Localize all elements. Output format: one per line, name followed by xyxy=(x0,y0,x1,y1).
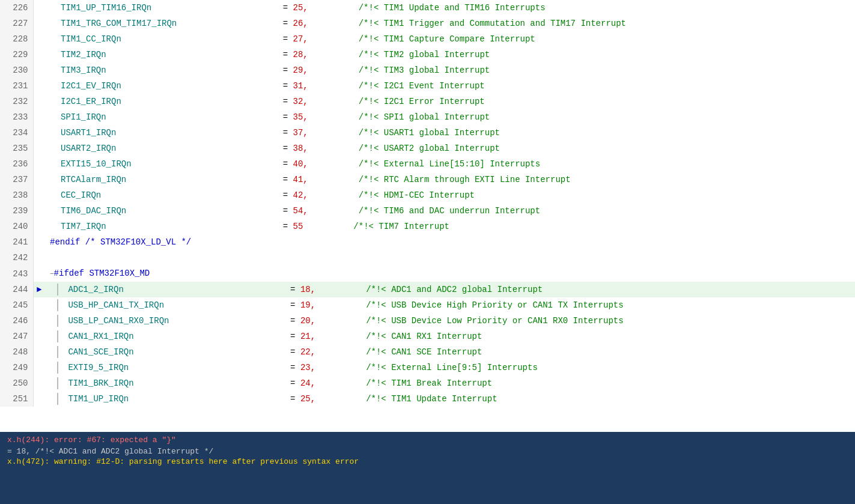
code-area[interactable]: 226TIM1_UP_TIM16_IRQn = 25, /*!< TIM1 Up… xyxy=(0,0,855,432)
table-row: 245 USB_HP_CAN1_TX_IRQn = 19, /*!< USB D… xyxy=(0,297,855,313)
comment-marker: /*!< xyxy=(353,222,379,231)
line-number: 241 xyxy=(0,234,33,250)
irq-identifier: I2C1_EV_IRQn xyxy=(61,81,121,91)
code-content[interactable]: USART2_IRQn = 38, /*!< USART2 global Int… xyxy=(45,141,855,156)
ifdef-vertical-line xyxy=(57,346,63,358)
code-content[interactable]: CAN1_SCE_IRQn = 22, /*!< CAN1 SCE Interr… xyxy=(45,344,855,360)
code-content[interactable]: TIM7_IRQn = 55 /*!< TIM7 Interrupt xyxy=(45,219,855,234)
irq-value: 22, xyxy=(300,347,315,357)
code-content[interactable]: TIM1_UP_TIM16_IRQn = 25, /*!< TIM1 Updat… xyxy=(45,0,855,16)
irq-identifier: TIM7_IRQn xyxy=(61,222,106,231)
code-content[interactable]: CEC_IRQn = 42, /*!< HDMI-CEC Interrupt xyxy=(45,187,855,203)
code-content[interactable]: #endif /* STM32F10X_LD_VL */ xyxy=(45,234,855,250)
code-content[interactable]: −#ifdef STM32F10X_MD xyxy=(45,266,855,282)
ifdef-vertical-line xyxy=(57,362,63,374)
code-content[interactable]: TIM1_UP_IRQn = 25, /*!< TIM1 Update Inte… xyxy=(45,391,855,407)
irq-value: 41, xyxy=(293,175,308,184)
debug-arrow xyxy=(33,0,45,16)
comment-spacing xyxy=(308,34,359,44)
code-content[interactable]: USB_HP_CAN1_TX_IRQn = 19, /*!< USB Devic… xyxy=(45,297,855,313)
comment-spacing xyxy=(308,3,359,13)
value-spacing xyxy=(106,65,283,75)
table-row: 230TIM3_IRQn = 29, /*!< TIM3 global Inte… xyxy=(0,62,855,78)
comment-spacing xyxy=(308,144,359,153)
code-content[interactable]: USB_LP_CAN1_RX0_IRQn = 20, /*!< USB Devi… xyxy=(45,313,855,329)
equals-sign: = xyxy=(283,19,293,28)
value-spacing xyxy=(129,394,290,404)
comment-spacing xyxy=(315,394,366,404)
comment-marker: /*!< xyxy=(366,378,391,388)
value-spacing xyxy=(116,128,282,138)
irq-identifier: TIM3_IRQn xyxy=(61,65,106,75)
irq-identifier: SPI1_IRQn xyxy=(61,112,106,122)
equals-sign: = xyxy=(290,394,300,404)
equals-sign: = xyxy=(283,34,293,44)
debug-arrow xyxy=(33,31,45,47)
comment-marker: /*!< xyxy=(359,128,384,138)
irq-value: 55 xyxy=(293,222,303,231)
line-number: 231 xyxy=(0,78,33,94)
irq-value: 20, xyxy=(300,316,315,326)
irq-value: 32, xyxy=(293,97,308,106)
code-table: 226TIM1_UP_TIM16_IRQn = 25, /*!< TIM1 Up… xyxy=(0,0,855,407)
comment-marker: /*!< xyxy=(366,300,391,310)
code-content[interactable]: EXTI9_5_IRQn = 23, /*!< External Line[9:… xyxy=(45,360,855,375)
equals-sign: = xyxy=(283,81,293,91)
irq-value: 25, xyxy=(300,394,315,404)
code-content[interactable] xyxy=(45,250,855,266)
equals-sign: = xyxy=(283,128,293,138)
table-row: 233SPI1_IRQn = 35, /*!< SPI1 global Inte… xyxy=(0,109,855,125)
line-number: 249 xyxy=(0,360,33,375)
debug-arrow xyxy=(33,266,45,282)
comment-text: External Line[15:10] Interrupts xyxy=(384,159,540,169)
comment-spacing xyxy=(308,112,359,122)
code-content[interactable]: I2C1_EV_IRQn = 31, /*!< I2C1 Event Inter… xyxy=(45,78,855,94)
code-content[interactable]: USART1_IRQn = 37, /*!< USART1 global Int… xyxy=(45,125,855,141)
code-content[interactable]: RTCAlarm_IRQn = 41, /*!< RTC Alarm throu… xyxy=(45,172,855,187)
comment-text: ADC1 and ADC2 global Interrupt xyxy=(391,285,543,294)
code-content[interactable]: ADC1_2_IRQn = 18, /*!< ADC1 and ADC2 glo… xyxy=(45,282,855,297)
value-spacing xyxy=(106,222,283,231)
line-number: 248 xyxy=(0,344,33,360)
comment-text: USART2 global Interrupt xyxy=(384,144,500,153)
code-content[interactable]: TIM1_TRG_COM_TIM17_IRQn = 26, /*!< TIM1 … xyxy=(45,16,855,31)
code-content[interactable]: TIM6_DAC_IRQn = 54, /*!< TIM6 and DAC un… xyxy=(45,203,855,219)
comment-spacing xyxy=(315,347,366,357)
irq-identifier: I2C1_ER_IRQn xyxy=(61,97,121,106)
irq-value: 23, xyxy=(300,363,315,372)
equals-sign: = xyxy=(283,206,293,216)
table-row: 234USART1_IRQn = 37, /*!< USART1 global … xyxy=(0,125,855,141)
table-row: 228TIM1_CC_IRQn = 27, /*!< TIM1 Capture … xyxy=(0,31,855,47)
comment-marker: /*!< xyxy=(359,112,384,122)
comment-spacing xyxy=(303,222,353,231)
comment-spacing xyxy=(315,332,366,341)
irq-identifier: TIM2_IRQn xyxy=(61,50,106,59)
line-number: 250 xyxy=(0,375,33,391)
comment-text: SPI1 global Interrupt xyxy=(384,112,490,122)
irq-identifier: TIM1_UP_IRQn xyxy=(68,394,129,404)
code-content[interactable]: TIM2_IRQn = 28, /*!< TIM2 global Interru… xyxy=(45,47,855,62)
code-content[interactable]: I2C1_ER_IRQn = 32, /*!< I2C1 Error Inter… xyxy=(45,94,855,109)
code-content[interactable]: EXTI15_10_IRQn = 40, /*!< External Line[… xyxy=(45,156,855,172)
irq-value: 40, xyxy=(293,159,308,169)
table-row: 247 CAN1_RX1_IRQn = 21, /*!< CAN1 RX1 In… xyxy=(0,329,855,344)
debug-arrow xyxy=(33,360,45,375)
comment-text: TIM1 Update Interrupt xyxy=(391,394,497,404)
code-scroll[interactable]: 226TIM1_UP_TIM16_IRQn = 25, /*!< TIM1 Up… xyxy=(0,0,855,432)
comment-marker: /*!< xyxy=(359,190,384,200)
code-content[interactable]: SPI1_IRQn = 35, /*!< SPI1 global Interru… xyxy=(45,109,855,125)
fold-icon[interactable]: − xyxy=(50,270,54,278)
irq-value: 18, xyxy=(300,285,315,294)
debug-arrow xyxy=(33,375,45,391)
comment-spacing xyxy=(308,65,359,75)
bottom-panel: x.h(244): error: #67: expected a "}" = 1… xyxy=(0,432,855,504)
code-content[interactable]: TIM3_IRQn = 29, /*!< TIM3 global Interru… xyxy=(45,62,855,78)
comment-text: I2C1 Error Interrupt xyxy=(384,97,485,106)
code-content[interactable]: CAN1_RX1_IRQn = 21, /*!< CAN1 RX1 Interr… xyxy=(45,329,855,344)
table-row: 250 TIM1_BRK_IRQn = 24, /*!< TIM1 Break … xyxy=(0,375,855,391)
comment-text: CAN1 SCE Interrupt xyxy=(391,347,482,357)
code-content[interactable]: TIM1_CC_IRQn = 27, /*!< TIM1 Capture Com… xyxy=(45,31,855,47)
debug-arrow xyxy=(33,16,45,31)
irq-identifier: CAN1_SCE_IRQn xyxy=(68,347,133,357)
code-content[interactable]: TIM1_BRK_IRQn = 24, /*!< TIM1 Break Inte… xyxy=(45,375,855,391)
